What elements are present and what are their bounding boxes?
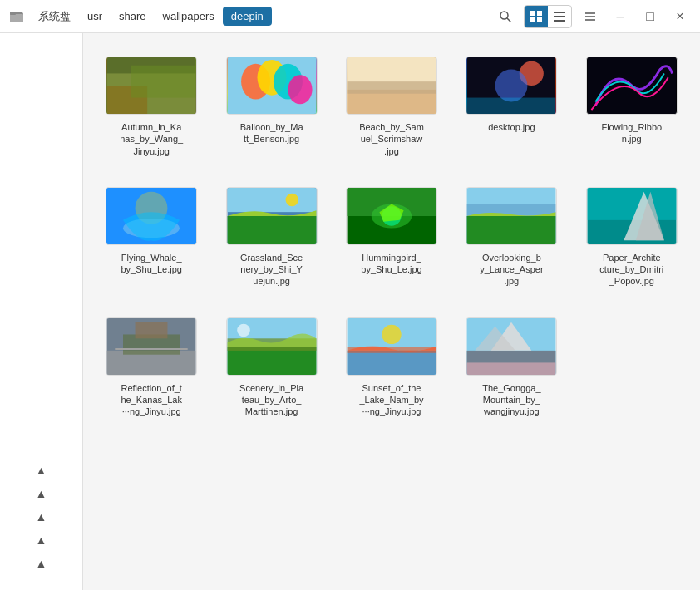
file-thumbnail bbox=[586, 187, 678, 245]
search-button[interactable] bbox=[494, 5, 517, 28]
close-button[interactable]: × bbox=[668, 5, 692, 28]
file-thumbnail bbox=[226, 57, 318, 115]
eject-group: ▲ ▲ ▲ ▲ ▲ bbox=[29, 460, 54, 582]
list-item[interactable]: Flying_Whale_by_Shu_Le.jpg bbox=[100, 180, 203, 294]
grid-view-button[interactable] bbox=[525, 6, 548, 27]
list-item[interactable]: Balloon_by_Matt_Benson.jpg bbox=[219, 50, 323, 164]
file-thumbnail bbox=[346, 187, 437, 245]
list-item[interactable]: Hummingbird_by_Shu_Le.jpg bbox=[340, 180, 443, 294]
file-thumbnail bbox=[106, 317, 197, 376]
main-layout: ▲ ▲ ▲ ▲ ▲ Autumn_in_Kanas_by_Wang_Jinyu.… bbox=[0, 33, 700, 590]
svg-rect-5 bbox=[530, 11, 535, 16]
file-thumbnail bbox=[346, 57, 437, 115]
svg-line-4 bbox=[507, 18, 510, 22]
sidebar: ▲ ▲ ▲ ▲ ▲ bbox=[0, 33, 83, 590]
eject-button-4[interactable]: ▲ bbox=[29, 530, 54, 550]
view-toggle bbox=[524, 5, 572, 28]
file-name: Overlooking_by_Lance_Asper.jpg bbox=[480, 252, 543, 288]
menu-button[interactable] bbox=[579, 5, 602, 28]
breadcrumb-share[interactable]: share bbox=[111, 7, 155, 26]
list-item[interactable]: The_Gongga_Mountain_by_wangjinyu.jpg bbox=[460, 311, 563, 425]
svg-rect-30 bbox=[467, 98, 556, 114]
list-item[interactable]: Paper_Architecture_by_Dmitri_Popov.jpg bbox=[580, 180, 683, 294]
svg-point-29 bbox=[495, 70, 528, 102]
eject-button-3[interactable]: ▲ bbox=[29, 507, 54, 527]
list-item[interactable]: Sunset_of_the_Lake_Nam_by···ng_Jinyu.jpg bbox=[340, 311, 443, 425]
file-thumbnail bbox=[586, 57, 678, 115]
file-thumbnail bbox=[226, 317, 318, 376]
file-name: Flowing_Ribbon.jpg bbox=[601, 121, 662, 145]
breadcrumb-系统盘[interactable]: 系统盘 bbox=[30, 6, 79, 27]
file-name: The_Gongga_Mountain_by_wangjinyu.jpg bbox=[482, 382, 540, 418]
list-item[interactable]: Scenery_in_Plateau_by_Arto_Marttinen.jpg bbox=[219, 311, 323, 425]
svg-rect-6 bbox=[537, 11, 542, 16]
list-view-button[interactable] bbox=[548, 6, 571, 27]
list-item[interactable]: desktop.jpg bbox=[460, 50, 563, 164]
svg-point-23 bbox=[288, 75, 312, 104]
svg-rect-53 bbox=[136, 322, 168, 338]
svg-rect-11 bbox=[554, 20, 565, 22]
file-thumbnail bbox=[466, 187, 557, 245]
svg-point-61 bbox=[382, 325, 401, 344]
svg-rect-36 bbox=[227, 188, 316, 212]
folder-icon bbox=[8, 8, 25, 25]
file-name: Sunset_of_the_Lake_Nam_by···ng_Jinyu.jpg bbox=[359, 382, 423, 418]
file-name: Grassland_Scenery_by_Shi_Yuejun.jpg bbox=[240, 252, 303, 288]
file-name: Flying_Whale_by_Shu_Le.jpg bbox=[121, 252, 181, 276]
list-item[interactable]: Flowing_Ribbon.jpg bbox=[580, 50, 683, 164]
list-item[interactable]: Reflection_of_the_Kanas_Lak···ng_Jinyu.j… bbox=[100, 311, 203, 425]
file-thumbnail bbox=[106, 187, 197, 245]
file-grid: Autumn_in_Kanas_by_Wang_Jinyu.jpg Balloo… bbox=[100, 50, 683, 425]
eject-button-2[interactable]: ▲ bbox=[29, 484, 54, 504]
svg-rect-37 bbox=[227, 216, 316, 244]
file-name: Beach_by_Samuel_Scrimshaw.jpg bbox=[359, 121, 424, 157]
file-thumbnail bbox=[226, 187, 318, 245]
list-item[interactable]: Autumn_in_Kanas_by_Wang_Jinyu.jpg bbox=[100, 50, 203, 164]
file-name: Autumn_in_Kanas_by_Wang_Jinyu.jpg bbox=[120, 121, 183, 157]
maximize-button[interactable]: □ bbox=[638, 5, 662, 28]
list-item[interactable]: Beach_by_Samuel_Scrimshaw.jpg bbox=[340, 50, 443, 164]
breadcrumb-deepin[interactable]: deepin bbox=[223, 7, 272, 26]
svg-rect-60 bbox=[348, 351, 436, 375]
list-item[interactable]: Grassland_Scenery_by_Shi_Yuejun.jpg bbox=[219, 180, 323, 294]
svg-point-58 bbox=[237, 324, 250, 337]
svg-point-38 bbox=[285, 194, 298, 207]
svg-rect-67 bbox=[467, 362, 556, 375]
breadcrumb-wallpapers[interactable]: wallpapers bbox=[155, 7, 223, 26]
titlebar-right: – □ × bbox=[494, 5, 692, 28]
svg-rect-62 bbox=[348, 347, 436, 353]
svg-rect-18 bbox=[131, 66, 196, 98]
svg-rect-47 bbox=[587, 188, 676, 220]
titlebar-left: 系统盘 usr share wallpapers deepin bbox=[8, 6, 494, 27]
file-name: Balloon_by_Matt_Benson.jpg bbox=[240, 121, 303, 145]
svg-rect-1 bbox=[10, 14, 23, 22]
file-thumbnail bbox=[466, 57, 557, 115]
file-thumbnail bbox=[346, 317, 437, 376]
file-name: Scenery_in_Plateau_by_Arto_Marttinen.jpg bbox=[239, 382, 303, 418]
minimize-button[interactable]: – bbox=[609, 5, 632, 28]
file-name: Paper_Architecture_by_Dmitri_Popov.jpg bbox=[599, 252, 663, 288]
titlebar: 系统盘 usr share wallpapers deepin bbox=[0, 0, 700, 33]
svg-rect-8 bbox=[537, 17, 542, 22]
eject-button-1[interactable]: ▲ bbox=[29, 460, 54, 480]
file-name: Hummingbird_by_Shu_Le.jpg bbox=[361, 252, 421, 276]
file-name: Reflection_of_the_Kanas_Lak···ng_Jinyu.j… bbox=[121, 382, 181, 418]
file-thumbnail bbox=[106, 57, 197, 115]
file-browser-content: Autumn_in_Kanas_by_Wang_Jinyu.jpg Balloo… bbox=[83, 33, 700, 590]
svg-rect-7 bbox=[530, 17, 535, 22]
breadcrumb: 系统盘 usr share wallpapers deepin bbox=[30, 6, 272, 27]
eject-button-5[interactable]: ▲ bbox=[29, 553, 54, 573]
breadcrumb-usr[interactable]: usr bbox=[79, 7, 111, 26]
svg-rect-26 bbox=[348, 81, 436, 94]
file-name: desktop.jpg bbox=[488, 121, 535, 133]
file-thumbnail bbox=[466, 317, 557, 376]
svg-rect-2 bbox=[10, 12, 16, 15]
svg-rect-9 bbox=[554, 12, 565, 13]
list-item[interactable]: Overlooking_by_Lance_Asper.jpg bbox=[460, 180, 563, 294]
svg-rect-56 bbox=[227, 347, 316, 375]
svg-rect-10 bbox=[554, 16, 565, 17]
svg-rect-45 bbox=[467, 216, 556, 244]
